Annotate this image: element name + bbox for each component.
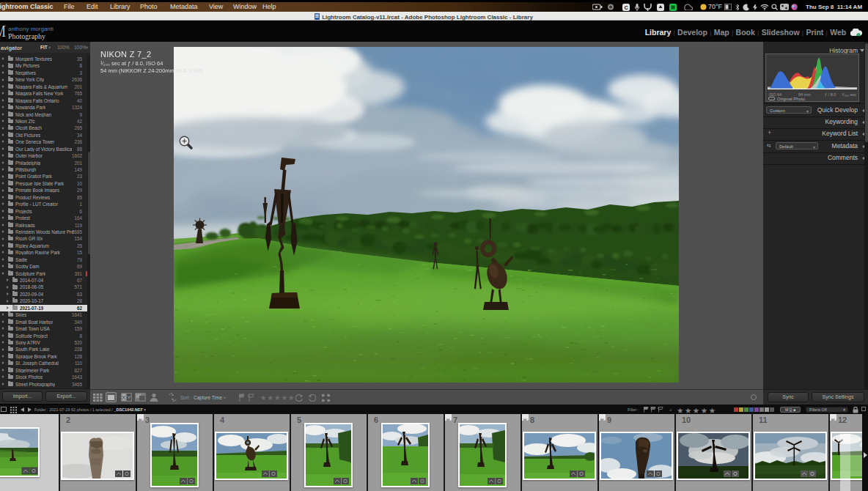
svg-text:X: X [122,395,125,400]
svg-text:C: C [624,5,628,10]
svg-text:Y: Y [127,395,130,400]
